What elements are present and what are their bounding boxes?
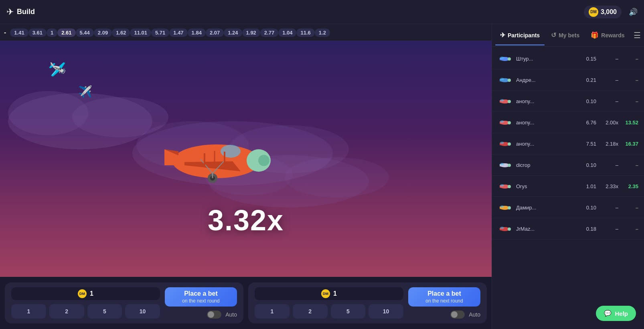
quick-bet-2-5[interactable]: 5 (331, 304, 366, 319)
svg-point-44 (500, 120, 504, 123)
history-item-6[interactable]: 1.62 (112, 28, 130, 37)
menu-icon[interactable]: ☰ (634, 30, 641, 40)
svg-point-49 (500, 142, 504, 144)
right-tab-2[interactable]: 🎁Rewards (586, 29, 629, 41)
history-item-3[interactable]: 2.61 (57, 28, 75, 37)
auto-toggle-1[interactable] (207, 311, 221, 319)
tab-icon-2: 🎁 (591, 31, 599, 39)
history-item-12[interactable]: 1.24 (224, 28, 242, 37)
place-bet-btn-1[interactable]: Place a bet on the next round (165, 287, 237, 307)
participant-row-7: Дамир... 0.10 – – (492, 197, 644, 218)
auto-toggle-2[interactable] (450, 311, 465, 319)
participant-win-5: – (622, 162, 638, 168)
participant-name-2: аноny... (516, 98, 576, 104)
main-plane (152, 113, 281, 203)
participant-row-5: dicrop 0.10 – – (492, 154, 644, 176)
participant-bet-1: 0.21 (580, 77, 596, 83)
svg-point-58 (508, 185, 511, 188)
participant-row-6: Orys 1.01 2.33x 2.35 (492, 176, 644, 197)
sound-icon[interactable]: 🔊 (629, 8, 638, 16)
right-tab-1[interactable]: ↺My bets (546, 29, 584, 41)
participant-win-6: 2.35 (622, 183, 638, 189)
svg-point-68 (508, 227, 511, 231)
top-bar: ✈ Build DM 3,000 🔊 (0, 0, 644, 24)
history-item-0[interactable]: 1.41 (10, 28, 28, 37)
svg-point-54 (500, 163, 504, 165)
quick-bet-2-10[interactable]: 10 (369, 304, 403, 319)
participant-mult-4: 2.18x (600, 141, 618, 147)
participant-name-4: аноny... (516, 141, 576, 147)
participant-bet-8: 0.18 (580, 226, 596, 232)
history-item-14[interactable]: 2.77 (260, 28, 278, 37)
participant-row-0: Штур... 0.15 – – (492, 48, 644, 69)
participant-bet-3: 6.76 (580, 120, 596, 126)
top-bar-right: DM 3,000 🔊 (584, 6, 638, 18)
quick-bet-2-2[interactable]: 2 (293, 304, 328, 319)
participant-row-2: аноny... 0.10 – – (492, 91, 644, 112)
participant-mult-0: – (600, 56, 618, 62)
game-area: - 1.413.6112.615.442.091.6211.015.711.47… (0, 24, 492, 329)
right-tab-0[interactable]: ✈Participants (495, 29, 545, 41)
svg-point-38 (508, 100, 511, 103)
participant-mult-1: – (600, 77, 618, 83)
small-plane-2: ✈️ (78, 85, 92, 98)
participant-name-7: Дамир... (516, 205, 576, 211)
avatar-2 (498, 94, 512, 108)
place-bet-btn-2[interactable]: Place a bet on the next round (408, 287, 480, 307)
quick-bet-1-2[interactable]: 2 (49, 304, 84, 319)
history-item-2[interactable]: 1 (47, 28, 57, 37)
avatar-3 (498, 115, 512, 130)
avatar-8 (498, 221, 512, 236)
participants-list: Штур... 0.15 – – Андре... 0.21 – – (492, 47, 644, 329)
history-item-8[interactable]: 5.71 (151, 28, 169, 37)
history-item-15[interactable]: 1.04 (278, 28, 296, 37)
participant-name-1: Андре... (516, 77, 576, 83)
plane-icon: ✈ (6, 7, 14, 17)
bet-input-2[interactable]: DM 1 (255, 287, 403, 300)
participant-win-4: 16.37 (622, 141, 638, 147)
bet-input-1[interactable]: DM 1 (11, 287, 160, 300)
svg-point-8 (285, 157, 389, 197)
tab-label-1: My bets (559, 32, 579, 39)
auto-row-1: Auto (207, 311, 237, 319)
participant-win-7: – (622, 205, 638, 211)
quick-bet-1-1[interactable]: 1 (11, 304, 46, 319)
balance-amount: 3,000 (601, 8, 617, 16)
participant-bet-0: 0.15 (580, 56, 596, 62)
small-plane-1: 🛩️ (48, 61, 66, 78)
coin-icon: DM (589, 7, 598, 17)
participant-mult-8: – (600, 226, 618, 232)
participant-mult-2: – (600, 98, 618, 104)
history-item-5[interactable]: 2.09 (94, 28, 112, 37)
svg-point-16 (221, 145, 241, 158)
history-minus[interactable]: - (4, 29, 6, 36)
bet-coin-icon-2: DM (321, 289, 330, 298)
participant-bet-2: 0.10 (580, 98, 596, 104)
svg-point-63 (508, 206, 511, 209)
auto-label-2: Auto (469, 311, 480, 318)
participant-win-1: – (622, 77, 638, 83)
svg-point-29 (500, 57, 504, 59)
history-item-16[interactable]: 11.6 (296, 28, 314, 37)
quick-bet-1-5[interactable]: 5 (87, 304, 122, 319)
history-item-7[interactable]: 11.01 (130, 28, 151, 37)
history-item-11[interactable]: 2.07 (206, 28, 224, 37)
help-button[interactable]: 💬 Help (596, 306, 636, 321)
history-item-9[interactable]: 1.47 (169, 28, 187, 37)
svg-point-43 (508, 121, 511, 124)
history-item-1[interactable]: 3.61 (28, 28, 47, 37)
history-item-4[interactable]: 5.44 (76, 28, 94, 37)
quick-bet-1-10[interactable]: 10 (125, 304, 160, 319)
participant-win-0: – (622, 56, 638, 62)
participant-mult-3: 2.00x (600, 120, 618, 126)
tab-icon-0: ✈ (500, 31, 505, 39)
bet-panel-2-left: DM 1 12510 (255, 287, 403, 319)
right-panel: ✈Participants↺My bets🎁Rewards☰ Штур... 0… (492, 24, 644, 329)
svg-point-64 (500, 205, 504, 208)
participant-bet-4: 7.51 (580, 141, 596, 147)
quick-bet-2-1[interactable]: 1 (255, 304, 290, 319)
bet-amount-2: 1 (333, 290, 337, 297)
history-item-13[interactable]: 1.92 (242, 28, 260, 37)
history-item-10[interactable]: 1.84 (188, 28, 206, 37)
history-item-17[interactable]: 1.2 (315, 28, 330, 37)
